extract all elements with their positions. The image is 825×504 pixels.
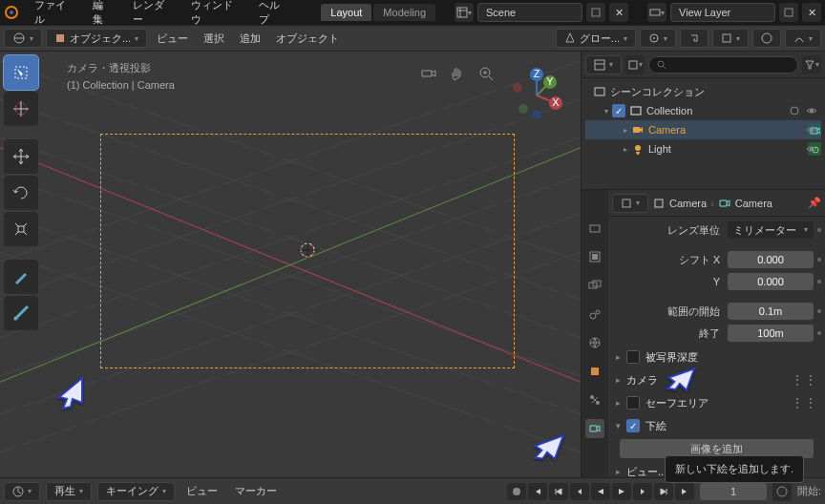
- collection-checkbox[interactable]: ✓: [612, 104, 625, 117]
- frame-next-icon[interactable]: [633, 483, 652, 500]
- anim-dot[interactable]: [817, 331, 821, 335]
- timeline-editor-icon[interactable]: ▾: [4, 482, 40, 501]
- autokey-icon[interactable]: [507, 483, 526, 500]
- menu-window[interactable]: ウィンドウ: [185, 0, 243, 31]
- pin-icon[interactable]: 📌: [808, 197, 821, 209]
- shift-x-field[interactable]: 0.000: [728, 251, 814, 268]
- lens-unit-select[interactable]: ミリメーター▾: [728, 221, 814, 239]
- props-tab-world[interactable]: [585, 333, 604, 352]
- props-tab-output[interactable]: [585, 247, 604, 266]
- view-menu[interactable]: ビュー: [151, 28, 194, 50]
- panel-menu-icon[interactable]: ⋮⋮: [791, 395, 817, 410]
- tool-select-box[interactable]: [4, 55, 38, 90]
- select-menu[interactable]: 選択: [198, 28, 230, 50]
- panel-menu-icon[interactable]: ⋮⋮: [791, 372, 817, 388]
- keyframe-prev-icon[interactable]: [549, 483, 568, 500]
- scene-delete-icon[interactable]: ✕: [609, 3, 628, 22]
- panel-safe-areas[interactable]: ▸ セーフエリア ⋮⋮: [612, 391, 821, 414]
- viewlayer-name-field[interactable]: View Layer: [670, 3, 775, 22]
- scene-new-icon[interactable]: [586, 3, 605, 22]
- outliner-light[interactable]: ▸ Light: [585, 139, 821, 158]
- object-menu[interactable]: オブジェクト: [270, 28, 345, 50]
- panel-background-images[interactable]: ▾ ✓ 下絵: [612, 414, 821, 437]
- anim-dot[interactable]: [817, 309, 821, 313]
- outliner-collection[interactable]: ▾ ✓ Collection: [585, 101, 821, 120]
- outliner-editor-icon[interactable]: ▾: [585, 55, 622, 74]
- bg-checkbox[interactable]: ✓: [626, 419, 640, 432]
- zoom-icon[interactable]: [477, 65, 495, 82]
- eye-icon[interactable]: [806, 143, 817, 155]
- menu-file[interactable]: ファイル: [29, 0, 77, 31]
- proportional-type-icon[interactable]: ▾: [785, 29, 821, 48]
- props-tab-scene[interactable]: [585, 304, 604, 324]
- menu-help[interactable]: ヘルプ: [253, 0, 292, 31]
- snap-icon[interactable]: [680, 29, 709, 48]
- timeline-view-menu[interactable]: ビュー: [180, 480, 223, 502]
- keying-menu[interactable]: キーイング▾: [97, 482, 175, 501]
- keyframe-next-icon[interactable]: [654, 483, 673, 500]
- props-editor-icon[interactable]: ▾: [612, 194, 648, 213]
- props-tab-data[interactable]: [585, 419, 604, 438]
- viewlayer-browse-icon[interactable]: ▾: [647, 3, 666, 22]
- menu-edit[interactable]: 編集: [87, 0, 117, 31]
- scene-browse-icon[interactable]: ▾: [455, 3, 474, 22]
- menu-render[interactable]: レンダー: [127, 0, 176, 31]
- breadcrumb-data[interactable]: Camera: [735, 198, 772, 209]
- 3d-viewport[interactable]: カメラ・透視投影 (1) Collection | Camera X Y Z: [0, 52, 581, 477]
- viewlayer-delete-icon[interactable]: ✕: [802, 3, 821, 22]
- scene-name-field[interactable]: Scene: [477, 3, 582, 22]
- tool-measure[interactable]: [4, 296, 38, 330]
- props-tab-object[interactable]: [585, 362, 604, 381]
- tool-scale[interactable]: [4, 212, 38, 246]
- tool-move[interactable]: [4, 139, 38, 174]
- shift-y-field[interactable]: 0.000: [728, 273, 814, 290]
- playback-menu[interactable]: 再生▾: [46, 482, 92, 501]
- disclosure-icon[interactable]: ▸: [624, 126, 627, 135]
- nav-gizmo[interactable]: X Y Z: [508, 67, 565, 124]
- breadcrumb-obj[interactable]: Camera: [669, 198, 707, 209]
- editor-type-icon[interactable]: ▾: [4, 29, 42, 48]
- tool-rotate[interactable]: [4, 176, 38, 210]
- workspace-tab-modeling[interactable]: Modeling: [373, 4, 435, 21]
- play-reverse-icon[interactable]: [591, 483, 610, 500]
- panel-camera[interactable]: ▸ カメラ ⋮⋮: [612, 368, 821, 391]
- panel-dof[interactable]: ▸ 被写界深度: [612, 346, 821, 368]
- outliner-display-icon[interactable]: ▾: [625, 55, 645, 74]
- props-tab-constraints[interactable]: [585, 390, 604, 410]
- tool-annotate[interactable]: [4, 260, 38, 294]
- props-tab-render[interactable]: [585, 219, 604, 238]
- orientation-select[interactable]: グロー... ▾: [556, 29, 636, 48]
- outliner-camera[interactable]: ▸ Camera: [585, 120, 821, 139]
- mode-select[interactable]: オブジェク... ▾: [46, 29, 147, 48]
- play-icon[interactable]: [612, 483, 631, 500]
- frame-prev-icon[interactable]: [570, 483, 589, 500]
- safe-checkbox[interactable]: [626, 396, 640, 410]
- proportional-icon[interactable]: [752, 29, 781, 48]
- anim-dot[interactable]: [817, 258, 821, 262]
- clip-start-field[interactable]: 0.1m: [728, 303, 814, 320]
- eye-icon[interactable]: [806, 105, 817, 116]
- tool-cursor[interactable]: [4, 92, 38, 126]
- marker-menu[interactable]: マーカー: [229, 480, 283, 502]
- workspace-tab-layout[interactable]: Layout: [321, 4, 371, 21]
- pan-icon[interactable]: [449, 65, 466, 82]
- anim-dot[interactable]: [817, 280, 821, 284]
- outliner-search[interactable]: [648, 56, 798, 74]
- snap-type-icon[interactable]: ▾: [712, 29, 749, 48]
- clip-end-field[interactable]: 100m: [728, 325, 814, 342]
- add-menu[interactable]: 追加: [234, 28, 266, 50]
- jump-end-icon[interactable]: [675, 483, 694, 500]
- props-tab-viewlayer[interactable]: [585, 276, 604, 295]
- eye-icon[interactable]: [806, 124, 817, 136]
- use-preview-range-icon[interactable]: [772, 482, 792, 501]
- current-frame-field[interactable]: 1: [700, 483, 767, 500]
- dof-checkbox[interactable]: [626, 350, 640, 364]
- outliner-filter-icon[interactable]: ▾: [802, 55, 821, 74]
- camera-view-icon[interactable]: [420, 65, 437, 82]
- disclosure-icon[interactable]: ▸: [624, 145, 627, 154]
- anim-dot[interactable]: [817, 228, 821, 232]
- outliner-scene-collection[interactable]: シーンコレクション: [585, 82, 821, 101]
- jump-start-icon[interactable]: [528, 483, 547, 500]
- viewlayer-new-icon[interactable]: [779, 3, 798, 22]
- pivot-icon[interactable]: ▾: [640, 29, 676, 48]
